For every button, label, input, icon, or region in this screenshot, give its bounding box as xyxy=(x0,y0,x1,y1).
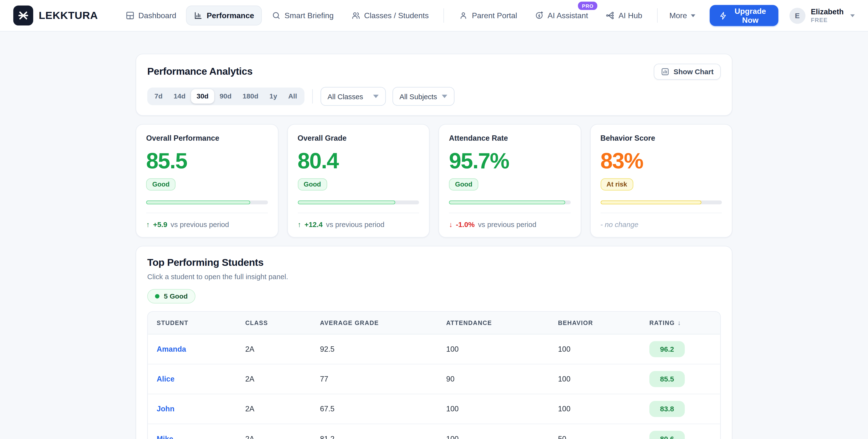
range-button-14d[interactable]: 14d xyxy=(168,89,191,104)
metric-badge-row: Good xyxy=(298,172,419,191)
metric-delta: ↑+5.9vs previous period xyxy=(146,221,268,229)
metric-title: Overall Performance xyxy=(146,134,268,142)
class-filter-value: All Classes xyxy=(328,92,363,100)
dashboard-icon xyxy=(126,11,134,20)
student-row[interactable]: Alice2A779010085.5 xyxy=(148,364,720,393)
nav-item-parent-portal[interactable]: Parent Portal xyxy=(452,6,525,26)
column-label: Class xyxy=(245,319,268,326)
range-button-90d[interactable]: 90d xyxy=(214,89,237,104)
subject-filter-value: All Subjects xyxy=(400,92,437,100)
student-name-link[interactable]: John xyxy=(157,405,175,413)
nav-item-more[interactable]: More xyxy=(663,6,702,25)
range-button-1y[interactable]: 1y xyxy=(264,89,282,104)
filter-divider xyxy=(312,89,313,104)
status-badge: Good xyxy=(298,178,327,191)
cell-class: 2A xyxy=(237,398,311,420)
student-row[interactable]: John2A67.510010083.8 xyxy=(148,393,720,423)
column-header-rating[interactable]: Rating↓ xyxy=(641,312,720,334)
cell-average-grade: 92.5 xyxy=(311,338,437,360)
chevron-down-icon xyxy=(691,14,695,17)
cell-class: 2A xyxy=(237,338,311,360)
search-icon xyxy=(272,11,281,20)
students-table: StudentClassAverage GradeAttendanceBehav… xyxy=(147,311,721,439)
date-range-segmented-control: 7d14d30d90d180d1yAll xyxy=(147,88,304,105)
delta-value: +5.9 xyxy=(153,221,167,229)
cell-attendance: 90 xyxy=(437,368,549,390)
metric-value: 83% xyxy=(600,149,722,172)
nav-item-smart-briefing[interactable]: Smart Briefing xyxy=(264,6,341,26)
pro-badge: PRO xyxy=(578,2,597,10)
metric-badge-row: Good xyxy=(146,172,268,191)
metric-value: 80.4 xyxy=(298,149,419,172)
nav-divider xyxy=(444,8,444,23)
show-chart-button[interactable]: Show Chart xyxy=(654,64,721,80)
user-name: Elizabeth xyxy=(811,8,843,16)
range-button-7d[interactable]: 7d xyxy=(149,89,168,104)
bar-chart-icon xyxy=(194,11,203,20)
nav-item-label: Dashboard xyxy=(138,11,176,20)
metrics-row: Overall Performance85.5Good↑+5.9vs previ… xyxy=(135,124,732,237)
chart-square-icon xyxy=(661,68,669,76)
range-button-30d[interactable]: 30d xyxy=(191,89,214,104)
metric-value: 85.5 xyxy=(146,149,268,172)
app-root: LEKKTURA DashboardPerformanceSmart Brief… xyxy=(0,0,868,439)
user-menu[interactable]: E Elizabeth FREE xyxy=(789,7,855,24)
nav-item-classes-students[interactable]: Classes / Students xyxy=(344,6,436,26)
nav-item-dashboard[interactable]: Dashboard xyxy=(118,6,184,26)
main-content: Performance Analytics Show Chart 7d14d30… xyxy=(135,54,732,439)
nav-item-label: AI Hub xyxy=(619,11,642,20)
column-header-student[interactable]: Student xyxy=(148,313,237,333)
metric-delta: ↓-1.0%vs previous period xyxy=(449,221,570,229)
cell-class: 2A xyxy=(237,428,311,439)
student-row[interactable]: Amanda2A92.510010096.2 xyxy=(148,334,720,364)
cell-attendance: 100 xyxy=(437,398,549,420)
class-filter-select[interactable]: All Classes xyxy=(320,87,385,106)
brand-logo[interactable]: LEKKTURA xyxy=(13,6,98,26)
page-title: Performance Analytics xyxy=(147,66,252,78)
cell-average-grade: 67.5 xyxy=(311,398,437,420)
progress-fill xyxy=(449,201,565,204)
cell-attendance: 100 xyxy=(437,428,549,439)
student-name-link[interactable]: Amanda xyxy=(157,345,186,353)
top-navigation: LEKKTURA DashboardPerformanceSmart Brief… xyxy=(0,0,868,32)
arrow-up-icon: ↑ xyxy=(298,221,301,229)
column-header-average-grade[interactable]: Average Grade xyxy=(311,313,437,333)
range-button-all[interactable]: All xyxy=(283,89,303,104)
nav-item-ai-hub[interactable]: AI Hub xyxy=(598,6,650,26)
avatar: E xyxy=(789,7,805,24)
student-name-link[interactable]: Alice xyxy=(157,375,175,383)
student-row[interactable]: Mike2A81.21005080.6 xyxy=(148,424,720,439)
upgrade-label: Upgrade Now xyxy=(732,6,769,24)
nav-item-label: Parent Portal xyxy=(472,11,517,20)
subject-filter-select[interactable]: All Subjects xyxy=(392,87,454,106)
students-panel-title: Top Performing Students xyxy=(147,257,721,268)
card-divider xyxy=(449,213,570,213)
more-label: More xyxy=(670,11,687,20)
students-panel-subtitle: Click a student to open the full insight… xyxy=(147,272,721,281)
cell-student: Amanda xyxy=(148,338,237,360)
brand-name: LEKKTURA xyxy=(39,9,98,22)
cell-student: John xyxy=(148,398,237,420)
user-plan-badge: FREE xyxy=(811,17,843,23)
column-header-attendance[interactable]: Attendance xyxy=(437,313,549,333)
upgrade-now-button[interactable]: Upgrade Now xyxy=(710,5,778,26)
column-label: Student xyxy=(157,319,188,326)
status-dot-icon xyxy=(155,294,159,298)
panel-head: Performance Analytics Show Chart xyxy=(147,64,721,80)
lightning-icon xyxy=(719,11,727,20)
sort-desc-icon: ↓ xyxy=(678,319,681,327)
column-header-class[interactable]: Class xyxy=(237,313,311,333)
progress-bar xyxy=(600,201,722,204)
nav-item-performance[interactable]: Performance xyxy=(186,6,262,26)
cell-average-grade: 77 xyxy=(311,368,437,390)
delta-value: -1.0% xyxy=(456,221,475,229)
nav-item-ai-assistant[interactable]: AI AssistantPRO xyxy=(527,6,596,26)
column-header-behavior[interactable]: Behavior xyxy=(549,313,641,333)
student-name-link[interactable]: Mike xyxy=(157,435,173,439)
range-button-180d[interactable]: 180d xyxy=(237,89,264,104)
chevron-down-icon xyxy=(441,95,447,98)
cell-rating: 85.5 xyxy=(641,364,720,393)
metric-title: Behavior Score xyxy=(600,134,722,142)
progress-fill xyxy=(298,201,395,204)
status-badge: At risk xyxy=(600,178,633,191)
